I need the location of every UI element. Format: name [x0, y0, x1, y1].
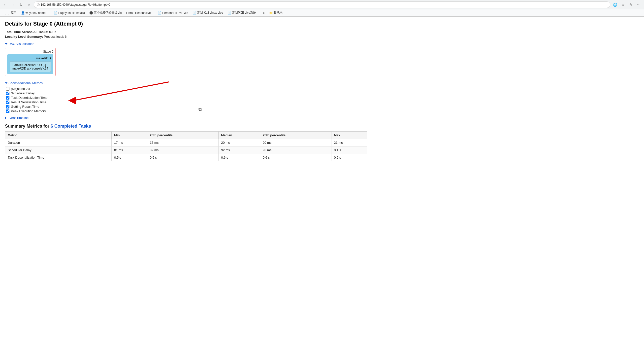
metrics-table-body: Duration17 ms17 ms20 ms20 ms21 msSchedul… — [5, 139, 367, 161]
address-bar[interactable]: ⓘ 192.168.56.150:4040/stages/stage/?id=0… — [34, 2, 610, 8]
checkbox-deselect-all[interactable]: (De)select All — [6, 87, 367, 91]
metrics-section-container: (De)select All Scheduler Delay Task Dese… — [5, 87, 367, 113]
back-button[interactable]: ← — [2, 2, 8, 8]
checkbox-scheduler-delay[interactable]: Scheduler Delay — [6, 91, 367, 95]
checkbox-result-serialization[interactable]: Result Serialization Time — [6, 100, 367, 104]
total-time-label: Total Time Across All Tasks: — [5, 30, 48, 34]
locality-line: Locality Level Summary: Process local: 6 — [5, 35, 367, 39]
total-time-value: 0.1 s — [49, 30, 56, 34]
getting-result-label: Getting Result Time — [11, 105, 39, 109]
table-cell: 0.6 s — [260, 154, 331, 161]
page-content: Details for Stage 0 (Attempt 0) Total Ti… — [0, 17, 372, 165]
table-cell: 20 ms — [260, 139, 331, 146]
bookmarks-bar: ⋮⋮ 应用 👤 wuyufei / home — 📄 PuppyLinux: I… — [0, 10, 644, 16]
url-text: 192.168.56.150:4040/stages/stage/?id=0&a… — [41, 3, 110, 7]
forward-button[interactable]: → — [10, 2, 16, 8]
summary-text-before: Summary Metrics for — [5, 124, 50, 129]
table-cell: 82 ms — [147, 146, 218, 154]
dag-rdd-line2: makeRDD at <console>:24 — [12, 67, 48, 70]
bookmark-other[interactable]: 📁 其他书 — [267, 10, 284, 16]
checkbox-getting-result[interactable]: Getting Result Time — [6, 105, 367, 109]
dag-toggle-icon — [5, 43, 8, 45]
task-deserialization-label: Task Deserialization Time — [11, 96, 48, 100]
table-cell: 81 ms — [112, 146, 147, 154]
locality-label: Locality Level Summary: — [5, 35, 43, 39]
table-cell: 20 ms — [218, 139, 260, 146]
table-cell: 93 ms — [260, 146, 331, 154]
table-row: Scheduler Delay81 ms82 ms92 ms93 ms0.1 s — [5, 146, 367, 154]
bookmark-cn1[interactable]: ⚫ 五个免费的轻量级Lin — [87, 10, 124, 16]
peak-memory-checkbox[interactable] — [6, 110, 10, 113]
col-25th: 25th percentile — [147, 132, 218, 139]
getting-result-checkbox[interactable] — [6, 105, 10, 109]
home-button[interactable]: ⌂ — [26, 2, 32, 8]
metrics-table-head: Metric Min 25th percentile Median 75th p… — [5, 132, 367, 139]
dag-visualization: Stage 0 makeRDD ParallelCollectionRDD [0… — [5, 48, 56, 76]
total-time-line: Total Time Across All Tasks: 0.1 s — [5, 30, 367, 34]
browser-chrome: ← → ↻ ⌂ ⓘ 192.168.56.150:4040/stages/sta… — [0, 0, 644, 17]
bookmark-apps[interactable]: ⋮⋮ 应用 — [2, 10, 18, 16]
bookmark-kali[interactable]: 📄 定制 Kali Linux Live — [190, 10, 225, 16]
translate-button[interactable]: 🌐 — [612, 2, 618, 8]
col-min: Min — [112, 132, 147, 139]
event-timeline-label: Event Timeline — [8, 116, 28, 120]
page-title: Details for Stage 0 (Attempt 0) — [5, 21, 367, 27]
checkbox-peak-memory[interactable]: Peak Execution Memory — [6, 109, 367, 113]
metrics-table: Metric Min 25th percentile Median 75th p… — [5, 131, 367, 161]
bookmark-more[interactable]: » — [261, 11, 267, 15]
col-metric: Metric — [5, 132, 112, 139]
dag-rdd-inner: ParallelCollectionRDD [0] makeRDD at <co… — [10, 62, 51, 72]
bookmark-button[interactable]: ☆ — [620, 2, 626, 8]
col-75th: 75th percentile — [260, 132, 331, 139]
metrics-toggle-icon — [5, 82, 8, 84]
table-cell: 21 ms — [332, 139, 367, 146]
col-max: Max — [332, 132, 367, 139]
dag-stage-label: Stage 0 — [7, 50, 53, 53]
table-cell: Task Deserialization Time — [5, 154, 112, 161]
bookmark-pxe[interactable]: 📄 定制PXE Live系统 – — [226, 10, 260, 16]
bookmark-puppy[interactable]: 📄 PuppyLinux: Installa — [52, 11, 87, 15]
table-cell: 0.6 s — [332, 154, 367, 161]
lock-icon: ⓘ — [37, 3, 40, 7]
table-cell: 0.6 s — [218, 154, 260, 161]
dag-rdd-title: makeRDD — [10, 56, 51, 60]
table-cell: 0.5 s — [147, 154, 218, 161]
result-serialization-checkbox[interactable] — [6, 101, 10, 104]
bookmark-libra[interactable]: Libra | Responsive F — [124, 11, 155, 15]
table-cell: Scheduler Delay — [5, 146, 112, 154]
reload-button[interactable]: ↻ — [18, 2, 24, 8]
metrics-section: (De)select All Scheduler Delay Task Dese… — [6, 87, 367, 113]
checkbox-task-deserialization[interactable]: Task Deserialization Time — [6, 96, 367, 100]
scheduler-delay-label: Scheduler Delay — [11, 91, 34, 95]
table-cell: Duration — [5, 139, 112, 146]
table-row: Duration17 ms17 ms20 ms20 ms21 ms — [5, 139, 367, 146]
deselect-all-checkbox[interactable] — [6, 87, 10, 91]
scheduler-delay-checkbox[interactable] — [6, 92, 10, 95]
bookmark-apps-label: 应用 — [11, 11, 16, 15]
peak-memory-label: Peak Execution Memory — [11, 109, 46, 113]
event-timeline-toggle[interactable]: Event Timeline — [5, 116, 367, 120]
col-median: Median — [218, 132, 260, 139]
dag-toggle[interactable]: DAG Visualization — [5, 42, 367, 46]
bookmark-home[interactable]: 👤 wuyufei / home — — [19, 11, 51, 15]
table-cell: 92 ms — [218, 146, 260, 154]
metrics-toggle-label: Show Additional Metrics — [8, 81, 43, 85]
summary-header: Summary Metrics for 6 Completed Tasks — [5, 124, 367, 129]
more-button[interactable]: ⋯ — [636, 2, 642, 8]
dag-toggle-label: DAG Visualization — [8, 42, 34, 46]
table-cell: 0.5 s — [112, 154, 147, 161]
deselect-all-label: (De)select All — [11, 87, 30, 91]
task-deserialization-checkbox[interactable] — [6, 96, 10, 100]
table-cell: 17 ms — [147, 139, 218, 146]
extension-button[interactable]: ✎ — [628, 2, 634, 8]
browser-toolbar: ← → ↻ ⌂ ⓘ 192.168.56.150:4040/stages/sta… — [0, 0, 644, 10]
bookmark-personal[interactable]: 📄 Personal HTML We — [156, 11, 190, 15]
table-row: Task Deserialization Time0.5 s0.5 s0.6 s… — [5, 154, 367, 161]
dag-rdd-outer: makeRDD ParallelCollectionRDD [0] makeRD… — [7, 54, 53, 74]
dag-rdd-line1: ParallelCollectionRDD [0] — [12, 63, 48, 67]
completed-tasks-link[interactable]: 6 Completed Tasks — [50, 124, 91, 129]
metrics-table-header-row: Metric Min 25th percentile Median 75th p… — [5, 132, 367, 139]
result-serialization-label: Result Serialization Time — [11, 100, 46, 104]
metrics-toggle[interactable]: Show Additional Metrics — [5, 81, 367, 85]
locality-value: Process local: 6 — [44, 35, 67, 39]
